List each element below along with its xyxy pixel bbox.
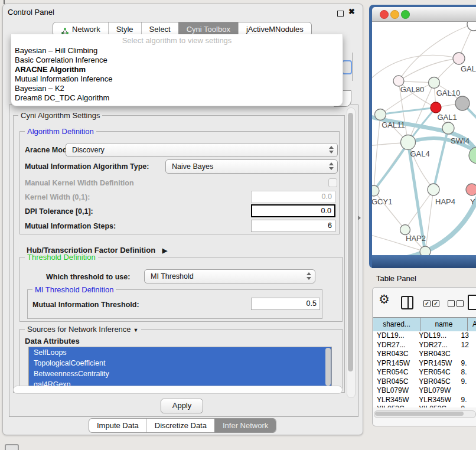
- dpi-tolerance-input[interactable]: 0.0: [251, 204, 335, 217]
- close-light-icon[interactable]: [380, 10, 389, 19]
- column-header-name[interactable]: name: [420, 318, 468, 331]
- cyni-settings-pane: Cyni Algorithm Settings Algorithm Defini…: [9, 105, 358, 417]
- table-row[interactable]: YDL19...YDL19...13: [373, 331, 476, 341]
- network-edge-strong[interactable]: [374, 142, 408, 191]
- network-node[interactable]: [420, 246, 431, 255]
- select-all-checkbox-icon[interactable]: ✓: [432, 300, 439, 307]
- data-attributes-list[interactable]: SelfLoopsTopologicalCoefficientBetweenne…: [28, 347, 332, 390]
- kernel-width-label: Kernel Width (0,1):: [25, 193, 90, 201]
- network-window-titlebar[interactable]: [372, 7, 476, 22]
- network-node-label: SWI4: [451, 136, 470, 145]
- tab-label: Discretize Data: [155, 419, 207, 432]
- column-layout-icon[interactable]: [401, 296, 413, 309]
- network-edge[interactable]: [399, 58, 459, 81]
- network-edge[interactable]: [374, 191, 405, 230]
- dropdown-item-dream8[interactable]: Dream8 DC_TDC Algorithm: [15, 93, 109, 103]
- table-row[interactable]: YPR145WYPR145W9.: [373, 359, 476, 369]
- column-header-shared-name[interactable]: shared...: [373, 318, 420, 331]
- close-icon[interactable]: ✖: [348, 7, 355, 16]
- network-node-label: GAL1: [437, 113, 457, 122]
- stepper-arrows-icon: [307, 272, 312, 280]
- network-node-GAL10[interactable]: [429, 77, 440, 89]
- dropdown-item-mutual-information[interactable]: Mutual Information Inference: [15, 74, 112, 84]
- table-panel-title: Table Panel: [376, 274, 416, 283]
- panel-resize-handle[interactable]: [358, 216, 361, 220]
- network-canvas[interactable]: GALGAL80GAL10GAL1GAL11SWI4GAL4GCY1HAP4YH…: [372, 22, 476, 255]
- obscured-groupbox-edge: [352, 53, 353, 81]
- minimized-panel-icon[interactable]: [5, 444, 19, 450]
- select-all-checkbox-icon[interactable]: ✓: [423, 300, 431, 307]
- settings-vertical-scrollbar[interactable]: [347, 107, 356, 398]
- mi-steps-input[interactable]: 6: [251, 220, 335, 232]
- table-cell: [458, 386, 476, 396]
- table-cell: YIL053C: [373, 405, 415, 407]
- attribute-item[interactable]: SelfLoops: [29, 347, 331, 358]
- mi-algorithm-type-select[interactable]: Naive Bayes: [165, 159, 338, 174]
- group-title: Threshold Definition: [25, 253, 98, 262]
- attribute-item[interactable]: TopologicalCoefficient: [29, 358, 331, 369]
- network-node[interactable]: [467, 22, 476, 31]
- network-node-HAP2[interactable]: [400, 225, 410, 235]
- which-threshold-select[interactable]: MI Threshold: [144, 269, 315, 283]
- attribute-item[interactable]: BetweennessCentrality: [29, 369, 331, 379]
- network-node-GAL11[interactable]: [375, 109, 386, 120]
- float-window-icon[interactable]: [337, 11, 344, 17]
- table-row[interactable]: YLR345WYLR345W9.: [373, 396, 476, 405]
- network-node-label: GAL10: [436, 89, 460, 97]
- stepper-arrows-icon: [329, 162, 334, 170]
- deselect-all-checkbox-icon[interactable]: [448, 300, 455, 307]
- network-node-GAL4[interactable]: [401, 135, 416, 150]
- network-node-HAP4[interactable]: [428, 184, 439, 195]
- table-row[interactable]: YBR043CYBR043C: [373, 350, 476, 359]
- network-node-Y[interactable]: [466, 184, 476, 195]
- settings-horizontal-scrollbar[interactable]: [13, 386, 343, 394]
- table-row[interactable]: YDR27...YDR27...12: [373, 341, 476, 350]
- table-row[interactable]: YBR045CYBR045C9.: [373, 377, 476, 387]
- collapse-triangle-icon: ▼: [133, 327, 139, 333]
- apply-button[interactable]: Apply: [161, 399, 203, 413]
- zoom-light-icon[interactable]: [401, 10, 410, 19]
- network-node-GAL1[interactable]: [431, 102, 441, 113]
- network-node-GAL[interactable]: [453, 53, 465, 64]
- dropdown-item-bayesian-hill-climbing[interactable]: Bayesian – Hill Climbing: [15, 46, 97, 56]
- table-row[interactable]: YIL053CYIL053C9: [373, 405, 476, 407]
- tab-infer-network[interactable]: Infer Network: [214, 419, 276, 432]
- table-cell: YBR045C: [415, 377, 457, 387]
- scrollbar-thumb[interactable]: [375, 412, 464, 416]
- tab-discretize-data[interactable]: Discretize Data: [146, 419, 214, 432]
- tab-label: Impute Data: [97, 419, 139, 432]
- list-scrollbar[interactable]: [325, 348, 331, 386]
- mi-threshold-input[interactable]: 0.5: [251, 298, 320, 310]
- settings-gear-icon[interactable]: ⚙: [379, 292, 390, 306]
- network-node-SWI4[interactable]: [442, 122, 454, 134]
- manual-kernel-width-checkbox[interactable]: [328, 178, 337, 187]
- control-panel-window: Control Panel ✖ Network Style Select Cyn…: [2, 4, 363, 435]
- dropdown-item-bayesian-k2[interactable]: Bayesian – K2: [15, 84, 64, 93]
- network-edge[interactable]: [372, 55, 459, 81]
- cyni-algorithm-settings-group: Cyni Algorithm Settings Algorithm Defini…: [13, 115, 345, 393]
- network-edge[interactable]: [374, 115, 380, 191]
- dpi-tolerance-label: DPI Tolerance [0,1]:: [25, 207, 93, 216]
- deselect-all-checkbox-icon[interactable]: [457, 300, 464, 307]
- network-node[interactable]: [455, 96, 470, 110]
- kernel-width-input[interactable]: 0.0: [251, 191, 335, 203]
- document-icon[interactable]: [468, 295, 476, 310]
- network-node-GCY1[interactable]: [372, 185, 379, 196]
- expand-arrow-icon: ▶: [162, 247, 167, 255]
- table-horizontal-scrollbar[interactable]: [374, 410, 476, 418]
- network-node-label: HAP4: [435, 197, 455, 206]
- sources-title: Sources for Network Inference: [27, 325, 131, 334]
- dropdown-item-aracne[interactable]: ARACNE Algorithm: [15, 65, 86, 74]
- table-cell: 13: [458, 331, 476, 341]
- column-header-clipped[interactable]: A: [468, 318, 476, 331]
- network-edge[interactable]: [425, 190, 433, 252]
- table-row[interactable]: YBL079WYBL079W: [373, 386, 476, 396]
- sources-toggle[interactable]: Sources for Network Inference▼: [25, 325, 141, 334]
- minimize-light-icon[interactable]: [390, 10, 399, 19]
- scrollbar-thumb[interactable]: [348, 113, 353, 371]
- table-row[interactable]: YER054CYER054C8.: [373, 368, 476, 377]
- mi-threshold-definition-group: MI Threshold Definition Mutual Informati…: [27, 289, 322, 319]
- tab-impute-data[interactable]: Impute Data: [89, 419, 146, 432]
- dropdown-item-basic-correlation[interactable]: Basic Correlation Inference: [15, 56, 107, 65]
- aracne-mode-select[interactable]: Discovery: [66, 143, 338, 157]
